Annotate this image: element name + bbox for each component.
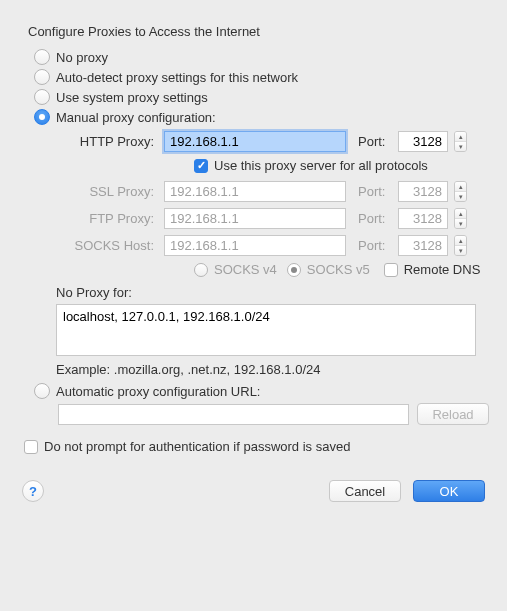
ssl-port-stepper: ▴▾ bbox=[454, 181, 467, 202]
http-proxy-label: HTTP Proxy: bbox=[50, 134, 158, 149]
radio-manual-proxy[interactable] bbox=[34, 109, 50, 125]
radio-socks-v5-label: SOCKS v5 bbox=[307, 262, 370, 277]
radio-system-proxy-label: Use system proxy settings bbox=[56, 90, 208, 105]
section-title: Configure Proxies to Access the Internet bbox=[28, 24, 489, 39]
radio-auto-config-url[interactable] bbox=[34, 383, 50, 399]
ftp-port-label: Port: bbox=[358, 211, 392, 226]
ftp-proxy-host bbox=[164, 208, 346, 229]
http-port-stepper[interactable]: ▴▾ bbox=[454, 131, 467, 152]
auto-config-url-input bbox=[58, 404, 409, 425]
socks-host-label: SOCKS Host: bbox=[50, 238, 158, 253]
radio-auto-detect-label: Auto-detect proxy settings for this netw… bbox=[56, 70, 298, 85]
socks-host bbox=[164, 235, 346, 256]
use-all-protocols-label: Use this proxy server for all protocols bbox=[214, 158, 428, 173]
radio-socks-v5[interactable] bbox=[287, 263, 301, 277]
ssl-proxy-host bbox=[164, 181, 346, 202]
no-proxy-label: No Proxy for: bbox=[56, 285, 489, 300]
http-proxy-host[interactable] bbox=[164, 131, 346, 152]
no-prompt-auth-label: Do not prompt for authentication if pass… bbox=[44, 439, 350, 454]
radio-no-proxy-label: No proxy bbox=[56, 50, 108, 65]
no-prompt-auth-checkbox[interactable] bbox=[24, 440, 38, 454]
http-proxy-port[interactable] bbox=[398, 131, 448, 152]
socks-port bbox=[398, 235, 448, 256]
ftp-proxy-port bbox=[398, 208, 448, 229]
reload-button[interactable]: Reload bbox=[417, 403, 489, 425]
no-proxy-example: Example: .mozilla.org, .net.nz, 192.168.… bbox=[56, 362, 489, 377]
socks-port-stepper: ▴▾ bbox=[454, 235, 467, 256]
ok-button[interactable]: OK bbox=[413, 480, 485, 502]
ftp-proxy-label: FTP Proxy: bbox=[50, 211, 158, 226]
no-proxy-textarea[interactable]: localhost, 127.0.0.1, 192.168.1.0/24 bbox=[56, 304, 476, 356]
cancel-button[interactable]: Cancel bbox=[329, 480, 401, 502]
radio-auto-detect[interactable] bbox=[34, 69, 50, 85]
remote-dns-label: Remote DNS bbox=[404, 262, 481, 277]
ssl-proxy-label: SSL Proxy: bbox=[50, 184, 158, 199]
ftp-port-stepper: ▴▾ bbox=[454, 208, 467, 229]
radio-socks-v4-label: SOCKS v4 bbox=[214, 262, 277, 277]
remote-dns-checkbox[interactable] bbox=[384, 263, 398, 277]
radio-manual-proxy-label: Manual proxy configuration: bbox=[56, 110, 216, 125]
radio-auto-config-url-label: Automatic proxy configuration URL: bbox=[56, 384, 260, 399]
use-all-protocols-checkbox[interactable] bbox=[194, 159, 208, 173]
ssl-port-label: Port: bbox=[358, 184, 392, 199]
socks-port-label: Port: bbox=[358, 238, 392, 253]
radio-system-proxy[interactable] bbox=[34, 89, 50, 105]
help-button[interactable]: ? bbox=[22, 480, 44, 502]
radio-no-proxy[interactable] bbox=[34, 49, 50, 65]
ssl-proxy-port bbox=[398, 181, 448, 202]
http-port-label: Port: bbox=[358, 134, 392, 149]
radio-socks-v4[interactable] bbox=[194, 263, 208, 277]
